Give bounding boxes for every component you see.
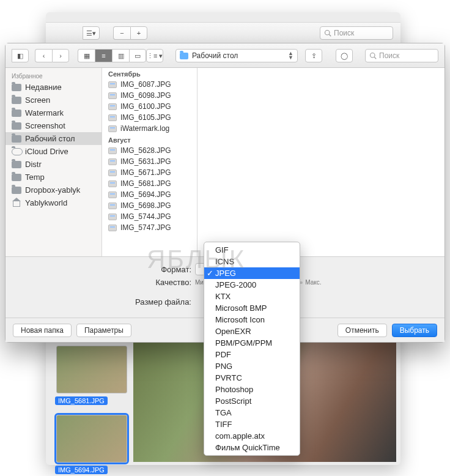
thumbnail[interactable]: [56, 346, 127, 393]
file-icon: [108, 92, 117, 99]
sidebar-item-label: Screenshot: [25, 121, 65, 130]
file-name: iWatermark.log: [120, 124, 169, 133]
folder-icon: [12, 84, 21, 91]
search-icon: [324, 29, 331, 37]
file-icon: [108, 147, 117, 154]
file-icon: [108, 103, 117, 110]
sidebar-item-dropbox-yablyk[interactable]: Dropbox-yablyk: [6, 184, 101, 196]
file-item[interactable]: iWatermark.log: [102, 123, 197, 134]
file-name: IMG_6105.JPG: [120, 113, 171, 122]
sidebar-toggle-button[interactable]: ☰▾: [83, 26, 100, 40]
file-name: IMG_6100.JPG: [120, 102, 171, 111]
file-item[interactable]: IMG_6087.JPG: [102, 79, 197, 90]
sidebar-item-недавние[interactable]: Недавние: [6, 81, 101, 94]
menu-item-microsoft-icon[interactable]: Microsoft Icon: [204, 314, 300, 325]
sheet-search-input[interactable]: Поиск: [365, 49, 438, 62]
back-button[interactable]: ‹: [35, 49, 52, 62]
sidebar-item-screenshot[interactable]: Screenshot: [6, 119, 101, 132]
zoom-in-button[interactable]: +: [130, 26, 147, 40]
menu-item-pvrtc[interactable]: PVRTC: [204, 372, 300, 384]
sidebar-item-temp[interactable]: Temp: [6, 171, 101, 184]
options-button[interactable]: Параметры: [76, 324, 131, 337]
new-folder-button[interactable]: Новая папка: [13, 324, 72, 337]
share-button[interactable]: ⇪: [305, 49, 322, 62]
file-name: IMG_5628.JPG: [120, 146, 171, 155]
menu-item-tiff[interactable]: TIFF: [204, 418, 300, 430]
back-search-input[interactable]: Поиск: [320, 26, 393, 40]
file-item[interactable]: IMG_6098.JPG: [102, 90, 197, 101]
svg-line-3: [374, 57, 376, 59]
forward-button[interactable]: ›: [52, 49, 69, 62]
sidebar-item-screen[interactable]: Screen: [6, 94, 101, 106]
menu-item-pdf[interactable]: PDF: [204, 349, 300, 360]
file-name: IMG_5744.JPG: [120, 212, 171, 221]
menu-item-postscript[interactable]: PostScript: [204, 395, 300, 407]
menu-item-ktx[interactable]: KTX: [204, 291, 300, 302]
sidebar-item-рабочий-стол[interactable]: Рабочий стол: [6, 132, 101, 145]
sidebar-item-icloud-drive[interactable]: iCloud Drive: [6, 145, 101, 158]
tags-button[interactable]: ◯: [336, 49, 353, 62]
menu-item-com-apple-atx[interactable]: com.apple.atx: [204, 430, 300, 442]
search-icon: [369, 52, 377, 59]
sidebar-item-yablykworld[interactable]: Yablykworld: [6, 196, 101, 209]
svg-line-1: [329, 34, 331, 36]
menu-item-png[interactable]: PNG: [204, 360, 300, 372]
file-item[interactable]: IMG_5694.JPG: [102, 189, 197, 200]
folder-icon: [180, 53, 188, 59]
choose-button[interactable]: Выбрать: [392, 324, 437, 337]
menu-item-jpeg[interactable]: JPEG: [204, 267, 300, 279]
sidebar-item-watermark[interactable]: Watermark: [6, 106, 101, 119]
sidebar-item-label: Рабочий стол: [25, 134, 75, 143]
favorites-sidebar: Избранное НедавниеScreenWatermarkScreens…: [6, 68, 102, 256]
sidebar-item-distr[interactable]: Distr: [6, 158, 101, 171]
menu-item-pbm-pgm-ppm[interactable]: PBM/PGM/PPM: [204, 337, 300, 349]
zoom-out-button[interactable]: −: [113, 26, 130, 40]
file-icon: [108, 81, 117, 88]
folder-icon: [12, 161, 21, 168]
menu-item-icns[interactable]: ICNS: [204, 256, 300, 267]
menu-item-tga[interactable]: TGA: [204, 407, 300, 418]
format-dropdown-menu[interactable]: GIFICNSJPEGJPEG-2000KTXMicrosoft BMPMicr…: [204, 242, 300, 456]
file-icon: [108, 114, 117, 121]
file-item[interactable]: IMG_5744.JPG: [102, 211, 197, 222]
menu-item-photoshop[interactable]: Photoshop: [204, 384, 300, 395]
sidebar-item-label: Temp: [25, 173, 45, 182]
thumbnail[interactable]: [56, 415, 127, 463]
file-item[interactable]: IMG_5681.JPG: [102, 178, 197, 189]
folder-icon: [12, 122, 21, 130]
group-by-button[interactable]: ⋮≡ ▾: [146, 49, 163, 62]
file-group-header: Август: [102, 134, 197, 145]
sidebar-item-label: Screen: [25, 95, 50, 105]
file-name: IMG_5631.JPG: [120, 157, 171, 166]
view-columns-button[interactable]: ▥: [112, 49, 129, 62]
file-item[interactable]: IMG_6100.JPG: [102, 101, 197, 112]
file-item[interactable]: IMG_5671.JPG: [102, 167, 197, 178]
file-name: IMG_6087.JPG: [120, 80, 171, 89]
menu-item-openexr[interactable]: OpenEXR: [204, 325, 300, 337]
sidebar-item-label: Недавние: [25, 83, 62, 92]
file-item[interactable]: IMG_6105.JPG: [102, 112, 197, 123]
svg-point-0: [325, 31, 330, 35]
file-item[interactable]: IMG_5628.JPG: [102, 145, 197, 156]
menu-item-microsoft-bmp[interactable]: Microsoft BMP: [204, 302, 300, 314]
file-icon: [108, 192, 117, 198]
view-list-button[interactable]: ≡: [95, 49, 112, 62]
menu-item-jpeg-2000[interactable]: JPEG-2000: [204, 279, 300, 291]
menu-item--quicktime[interactable]: Фильм QuickTime: [204, 442, 300, 453]
folder-icon: [12, 97, 21, 104]
sidebar-item-label: iCloud Drive: [25, 147, 68, 156]
file-item[interactable]: IMG_5631.JPG: [102, 156, 197, 167]
file-icon: [108, 125, 117, 132]
path-popup[interactable]: Рабочий стол ▲▼: [175, 49, 298, 62]
chevron-updown-icon: ▲▼: [288, 51, 293, 60]
sidebar-toggle-button[interactable]: ◧: [12, 49, 29, 62]
menu-item-gif[interactable]: GIF: [204, 244, 300, 256]
view-icons-button[interactable]: ▦: [78, 49, 95, 62]
sidebar-item-label: Dropbox-yablyk: [25, 185, 80, 195]
view-gallery-button[interactable]: ▭: [129, 49, 146, 62]
cancel-button[interactable]: Отменить: [338, 324, 387, 337]
file-icon: [108, 214, 117, 220]
preview-pane: [197, 68, 444, 256]
file-item[interactable]: IMG_5747.JPG: [102, 222, 197, 233]
file-item[interactable]: IMG_5698.JPG: [102, 200, 197, 211]
